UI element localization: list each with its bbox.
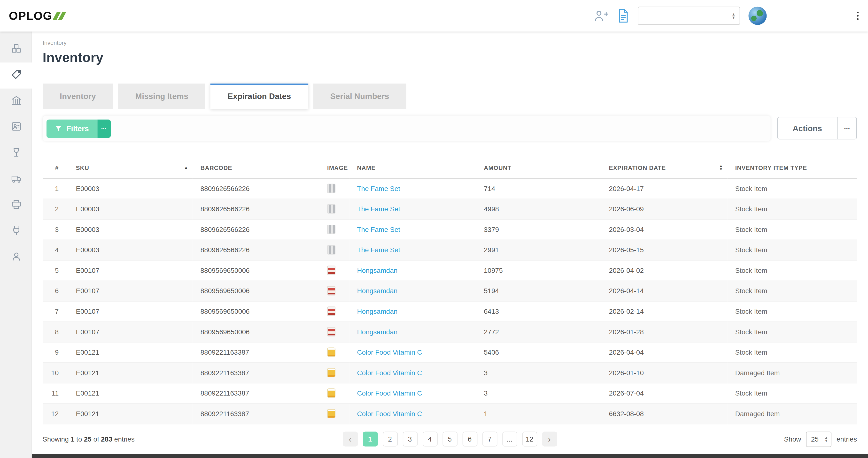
toolbar: Filters ... Actions ... [42,116,857,141]
sidebar-item-inventory-tags[interactable] [0,62,32,88]
row-expiration-date: 2026-03-04 [601,219,727,240]
product-name-link[interactable]: Color Food Vitamin C [357,389,422,397]
sidebar-item-shipping[interactable] [0,167,32,192]
topbar-select[interactable]: ▲▼ [638,6,740,25]
row-expiration-date: 2026-04-17 [601,178,727,199]
glass-icon [10,147,22,161]
column-header-sku[interactable]: SKU▲ [68,157,192,178]
table-header-row: # SKU▲ BARCODE IMAGE NAME AMOUNT EXPIRAT… [42,157,857,178]
row-expiration-date: 6632-08-08 [601,403,727,424]
sidebar-item-warehouse[interactable] [0,89,32,115]
row-item-type: Stock Item [727,301,857,322]
sidebar-item-packages[interactable] [0,37,32,62]
row-expiration-date: 2026-04-14 [601,281,727,301]
bottom-scrollbar[interactable] [32,454,868,458]
avatar[interactable] [748,6,766,25]
row-sku: E00121 [68,342,192,363]
tab[interactable]: Serial Numbers [313,84,406,109]
row-index: 7 [42,301,68,322]
product-name-link[interactable]: Hongsamdan [357,287,397,295]
tab[interactable]: Expiration Dates [211,84,308,109]
filters-more-button[interactable]: ... [97,119,111,137]
product-name-link[interactable]: Color Food Vitamin C [357,410,422,418]
column-header-amount[interactable]: AMOUNT [476,157,601,178]
row-item-type: Stock Item [727,199,857,219]
actions-button[interactable]: Actions [777,117,837,139]
product-image [327,184,335,193]
pagination-prev-button[interactable]: ‹ [343,432,358,447]
document-icon[interactable] [617,8,629,23]
column-header-barcode[interactable]: BARCODE [192,157,319,178]
oplog-logo[interactable]: OPLOG [9,9,64,23]
column-header-image[interactable]: IMAGE [319,157,349,178]
sidebar-item-account[interactable] [0,244,32,270]
sort-ascending-icon[interactable]: ▲ [184,166,188,169]
row-barcode: 8809626566226 [192,240,319,260]
pagination-page-button[interactable]: 4 [423,432,437,447]
truck-icon [10,173,22,186]
topbar: OPLOG [0,0,868,31]
pagination-page-button[interactable]: 2 [382,432,397,447]
row-index: 12 [42,403,68,424]
page-size-select[interactable]: 25 ▲▼ [806,431,831,447]
pagination-page-button[interactable]: 1 [363,432,378,447]
column-header-name[interactable]: NAME [349,157,476,178]
filters-button[interactable]: Filters [46,119,97,137]
row-index: 1 [42,178,68,199]
product-name-link[interactable]: Hongsamdan [357,328,397,335]
row-item-type: Stock Item [727,260,857,281]
pagination-page-button[interactable]: ... [502,432,517,447]
product-name-link[interactable]: Hongsamdan [357,307,397,315]
tab[interactable]: Missing Items [118,84,206,109]
row-index: 3 [42,219,68,240]
row-expiration-date: 2026-04-02 [601,260,727,281]
pagination-next-button[interactable]: › [542,432,557,447]
row-index: 10 [42,362,68,383]
kebab-menu-icon[interactable] [855,10,860,22]
pagination-page-button[interactable]: 3 [403,432,417,447]
product-name-link[interactable]: Hongsamdan [357,266,397,274]
product-name-link[interactable]: The Fame Set [357,225,400,233]
sidebar-item-fragile[interactable] [0,141,32,167]
product-image [327,286,335,296]
sidebar [0,31,32,458]
pagination-page-button[interactable]: 5 [442,432,457,447]
app-window: OPLOG [0,0,868,458]
row-index: 2 [42,199,68,219]
product-name-link[interactable]: Color Food Vitamin C [357,369,422,377]
showing-lead: Showing [42,435,69,443]
pagination-page-button[interactable]: 6 [462,432,477,447]
filters-panel: Filters ... [42,116,770,141]
row-expiration-date: 2026-01-10 [601,362,727,383]
product-name-link[interactable]: The Fame Set [357,205,400,213]
row-amount: 10975 [476,260,601,281]
column-header-item-type[interactable]: INVENTORY ITEM TYPE [727,157,857,178]
row-barcode: 8809626566226 [192,199,319,219]
tab[interactable]: Inventory [42,84,113,109]
row-expiration-date: 2026-01-28 [601,322,727,342]
column-header-expiration-date[interactable]: EXPIRATION DATE▲▼ [601,157,727,178]
add-user-icon[interactable] [593,8,609,23]
sort-icon[interactable]: ▲▼ [719,164,723,170]
column-header-index[interactable]: # [42,157,68,178]
row-amount: 6413 [476,301,601,322]
pagination-page-button[interactable]: 12 [522,432,537,447]
product-name-link[interactable]: The Fame Set [357,185,400,192]
product-name-link[interactable]: Color Food Vitamin C [357,348,422,356]
sidebar-item-contacts[interactable] [0,115,32,140]
sidebar-item-integrations[interactable] [0,219,32,244]
username [775,12,847,20]
table-row: 9 E00121 8809221163387 Color Food Vitami… [42,342,857,363]
logo-text: OPLOG [9,9,52,23]
table-row: 2 E00003 8809626566226 The Fame Set 4998… [42,199,857,219]
pagination: ‹ 1234567...12 › [343,432,557,447]
row-sku: E00107 [68,301,192,322]
row-index: 9 [42,342,68,363]
sidebar-item-printing[interactable] [0,192,32,218]
pagination-page-button[interactable]: 7 [482,432,497,447]
row-item-type: Stock Item [727,342,857,363]
product-name-link[interactable]: The Fame Set [357,246,400,254]
row-barcode: 8809626566226 [192,178,319,199]
actions-more-button[interactable]: ... [837,117,857,139]
row-amount: 3 [476,383,601,403]
